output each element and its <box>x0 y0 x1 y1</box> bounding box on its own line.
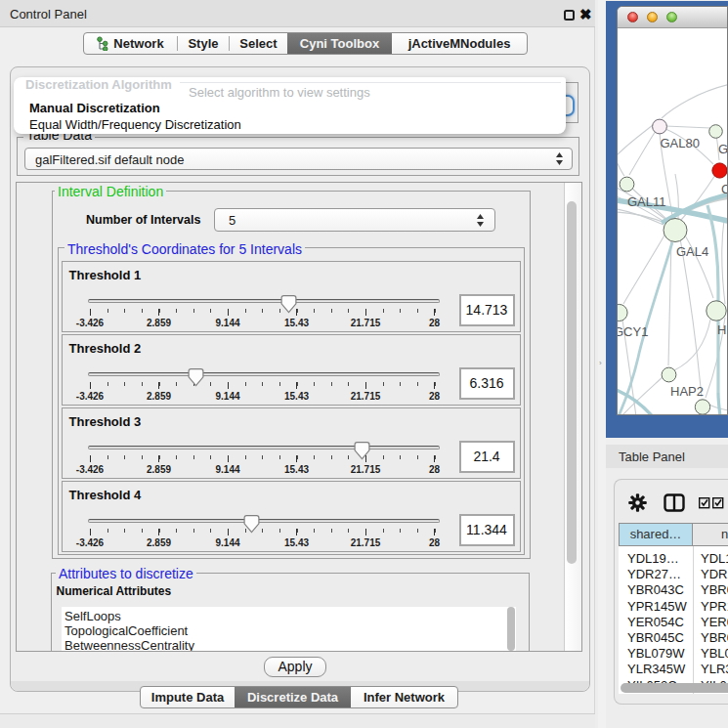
svg-text:GAL11: GAL11 <box>627 194 666 209</box>
svg-text:GCY1: GCY1 <box>617 324 648 339</box>
svg-text:HAP2: HAP2 <box>670 384 704 399</box>
svg-text:GAL80: GAL80 <box>661 136 700 150</box>
svg-text:GAL4: GAL4 <box>676 244 708 259</box>
svg-text:GA: GA <box>718 142 728 156</box>
svg-text:C: C <box>721 182 728 196</box>
svg-text:H: H <box>717 322 726 337</box>
